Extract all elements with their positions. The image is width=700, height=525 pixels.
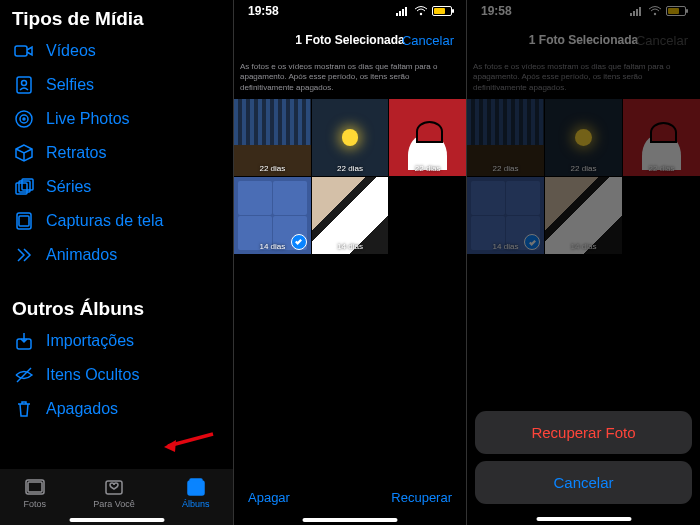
status-bar: 19:58 <box>467 0 700 22</box>
cancel-button[interactable]: Cancelar <box>402 33 454 48</box>
section-media-types: Tipos de Mídia <box>0 0 233 34</box>
album-item-live-photos[interactable]: Live Photos <box>0 102 233 136</box>
days-label: 22 dias <box>571 164 597 173</box>
header-title: 1 Foto Selecionada <box>295 33 404 47</box>
tab-for-you[interactable]: Para Você <box>93 477 135 509</box>
deleted-select-screen: 19:58 1 Foto Selecionada Cancelar As fot… <box>233 0 466 525</box>
photo-thumb[interactable]: 22 dias <box>234 99 311 176</box>
recover-button[interactable]: Recuperar <box>391 490 452 505</box>
video-icon <box>14 41 34 61</box>
signal-icon <box>396 6 410 16</box>
svg-rect-24 <box>636 9 638 16</box>
photo-thumb[interactable]: 14 dias <box>312 177 389 254</box>
tab-photos[interactable]: Fotos <box>24 477 47 509</box>
info-text: As fotos e os vídeos mostram os dias que… <box>467 58 700 99</box>
tab-albums[interactable]: Álbuns <box>182 477 210 509</box>
svg-rect-20 <box>405 7 407 16</box>
section-other-albums: Outros Álbuns <box>0 290 233 324</box>
album-label: Itens Ocultos <box>46 366 139 384</box>
days-label: 14 dias <box>337 242 363 251</box>
days-label: 14 dias <box>571 242 597 251</box>
svg-rect-16 <box>190 479 202 481</box>
status-time: 19:58 <box>481 4 512 18</box>
tab-bar: Fotos Para Você Álbuns <box>0 469 233 525</box>
album-item-animados[interactable]: Animados <box>0 238 233 272</box>
photo-thumb[interactable]: 22 dias <box>312 99 389 176</box>
album-item-apagados[interactable]: Apagados <box>0 392 233 426</box>
cancel-button: Cancelar <box>636 33 688 48</box>
svg-point-26 <box>654 13 656 15</box>
portrait-icon <box>14 143 34 163</box>
burst-icon <box>14 177 34 197</box>
svg-rect-19 <box>402 9 404 16</box>
live-icon <box>14 109 34 129</box>
annotation-arrow <box>160 432 215 454</box>
photo-thumb[interactable]: 14 dias <box>234 177 311 254</box>
photo-grid: 22 dias22 dias22 dias14 dias14 dias <box>467 99 700 254</box>
photo-thumb[interactable]: 14 dias <box>545 177 622 254</box>
info-text: As fotos e os vídeos mostram os dias que… <box>234 58 466 99</box>
svg-rect-0 <box>15 46 27 56</box>
svg-rect-25 <box>639 7 641 16</box>
photo-thumb[interactable]: 22 dias <box>389 99 466 176</box>
signal-icon <box>630 6 644 16</box>
nav-header: 1 Foto Selecionada Cancelar <box>467 22 700 58</box>
days-label: 22 dias <box>259 164 285 173</box>
photo-thumb[interactable]: 22 dias <box>545 99 622 176</box>
delete-button[interactable]: Apagar <box>248 490 290 505</box>
trash-icon <box>14 399 34 419</box>
import-icon <box>14 331 34 351</box>
days-label: 22 dias <box>649 164 675 173</box>
photos-icon <box>24 477 46 497</box>
album-label: Séries <box>46 178 91 196</box>
album-label: Capturas de tela <box>46 212 163 230</box>
albums-icon <box>185 477 207 497</box>
svg-rect-23 <box>633 11 635 16</box>
photo-thumb[interactable]: 22 dias <box>467 99 544 176</box>
album-label: Selfies <box>46 76 94 94</box>
nav-header: 1 Foto Selecionada Cancelar <box>234 22 466 58</box>
album-item-capturas-de-tela[interactable]: Capturas de tela <box>0 204 233 238</box>
screenshot-icon <box>14 211 34 231</box>
album-label: Retratos <box>46 144 106 162</box>
days-label: 22 dias <box>493 164 519 173</box>
svg-rect-10 <box>19 216 29 226</box>
header-title: 1 Foto Selecionada <box>529 33 638 47</box>
battery-icon <box>666 6 686 16</box>
album-label: Animados <box>46 246 117 264</box>
days-label: 14 dias <box>259 242 285 251</box>
svg-rect-17 <box>396 13 398 16</box>
for-you-icon <box>103 477 125 497</box>
photo-thumb[interactable]: 14 dias <box>467 177 544 254</box>
svg-point-5 <box>23 118 25 120</box>
album-item-itens-ocultos[interactable]: Itens Ocultos <box>0 358 233 392</box>
wifi-icon <box>648 6 662 16</box>
svg-point-21 <box>420 13 422 15</box>
days-label: 22 dias <box>337 164 363 173</box>
wifi-icon <box>414 6 428 16</box>
days-label: 22 dias <box>415 164 441 173</box>
album-item-séries[interactable]: Séries <box>0 170 233 204</box>
photo-thumb[interactable]: 22 dias <box>623 99 700 176</box>
album-label: Apagados <box>46 400 118 418</box>
sheet-cancel-button[interactable]: Cancelar <box>475 461 692 504</box>
home-indicator[interactable] <box>303 518 398 522</box>
recover-photo-button[interactable]: Recuperar Foto <box>475 411 692 454</box>
home-indicator[interactable] <box>69 518 164 522</box>
album-item-retratos[interactable]: Retratos <box>0 136 233 170</box>
svg-rect-18 <box>399 11 401 16</box>
selfie-icon <box>14 75 34 95</box>
svg-rect-13 <box>28 482 42 492</box>
photo-grid: 22 dias22 dias22 dias14 dias14 dias <box>234 99 466 253</box>
album-item-vídeos[interactable]: Vídeos <box>0 34 233 68</box>
album-label: Vídeos <box>46 42 96 60</box>
action-sheet: Recuperar Foto Cancelar <box>467 403 700 525</box>
album-item-importações[interactable]: Importações <box>0 324 233 358</box>
hidden-icon <box>14 365 34 385</box>
album-item-selfies[interactable]: Selfies <box>0 68 233 102</box>
selected-check-icon <box>291 234 307 250</box>
home-indicator[interactable] <box>536 517 631 521</box>
svg-rect-15 <box>188 481 204 495</box>
album-label: Importações <box>46 332 134 350</box>
svg-point-2 <box>22 81 27 86</box>
